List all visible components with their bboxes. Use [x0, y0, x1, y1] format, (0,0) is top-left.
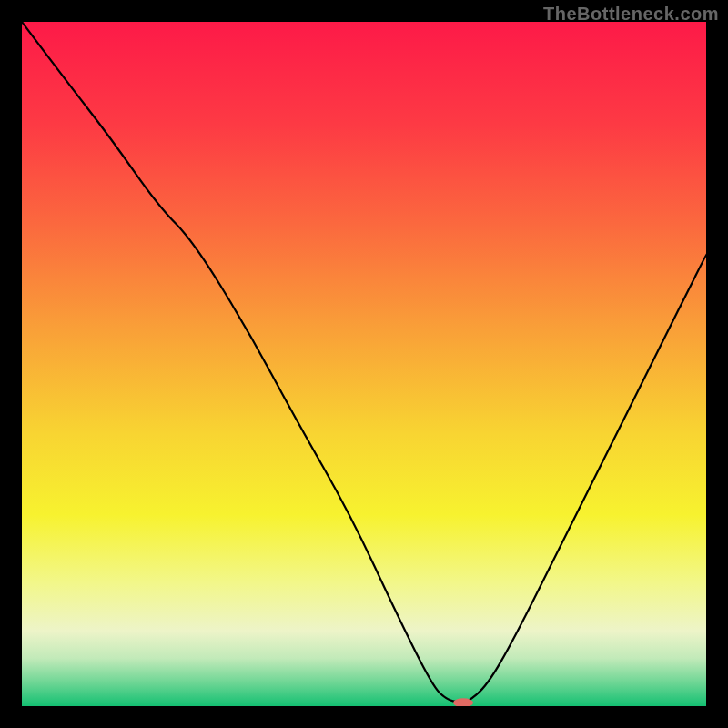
- chart-plot-area: [22, 22, 706, 706]
- watermark-text: TheBottleneck.com: [543, 4, 719, 25]
- chart-background: [22, 22, 706, 706]
- chart-svg: [22, 22, 706, 706]
- chart-container: TheBottleneck.com: [0, 0, 728, 728]
